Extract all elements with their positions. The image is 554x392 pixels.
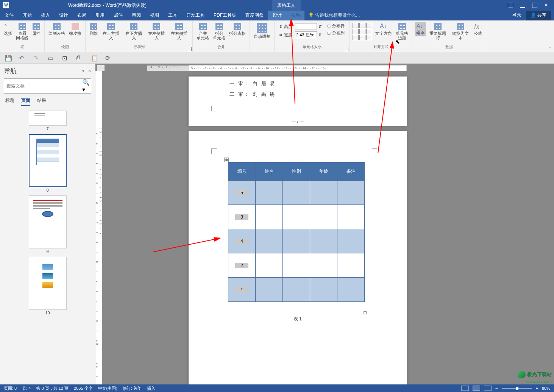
convert-text-button[interactable]: 转换为文本 [449, 22, 471, 41]
spinner-icon[interactable]: ⇵ [318, 24, 322, 29]
cell-size-launcher[interactable] [345, 47, 348, 51]
status-track[interactable]: 修订: 关闭 [123, 386, 142, 391]
status-page-of[interactable]: 第 8 页，共 12 页 [36, 386, 69, 391]
tab-table-design[interactable]: 设计 [268, 10, 286, 20]
align-bc[interactable] [359, 35, 365, 40]
qat-btn-4[interactable]: ▭ [48, 55, 55, 61]
view-read-mode[interactable] [461, 386, 469, 391]
tab-baidu[interactable]: 百度网盘 [241, 10, 268, 20]
th-note[interactable]: 备注 [337, 162, 365, 181]
th-name[interactable]: 姓名 [256, 162, 283, 181]
status-language[interactable]: 中文(中国) [98, 386, 117, 391]
select-button[interactable]: ↖选择 [2, 22, 14, 36]
sort-button[interactable]: A↓Z排序 [415, 22, 426, 36]
cell-margins-button[interactable]: 单元格 边距 [394, 22, 410, 41]
rows-cols-launcher[interactable] [188, 47, 192, 51]
zoom-slider[interactable] [502, 388, 532, 389]
text-direction-button[interactable]: A↕文字方向 [374, 22, 393, 36]
nav-close-icon[interactable]: ✕ [88, 69, 91, 73]
formula-button[interactable]: fx公式 [472, 22, 484, 36]
th-gender[interactable]: 性别 [283, 162, 310, 181]
insert-right-button[interactable]: 在右侧插入 [168, 22, 190, 41]
thumbnail-page-10[interactable] [29, 257, 67, 310]
nav-tab-pages[interactable]: 页面 [21, 97, 30, 106]
merge-cells-button[interactable]: 合并 单元格 [195, 22, 211, 41]
view-gridlines-button[interactable]: 查看 网格线 [14, 22, 30, 41]
distribute-rows-button[interactable]: ⊞分布行 [326, 23, 345, 29]
status-section[interactable]: 节: 4 [22, 386, 31, 391]
align-tc[interactable] [359, 23, 365, 28]
height-input[interactable] [295, 23, 317, 30]
thumbnail-page-7[interactable] [29, 111, 67, 126]
table-caption[interactable]: 表 1 [293, 316, 302, 322]
tab-tools[interactable]: 工具 [164, 10, 182, 20]
tell-me-box[interactable]: 💡 告诉我您想要做什么... [304, 10, 508, 20]
tab-file[interactable]: 文件 [0, 10, 18, 20]
align-bl[interactable] [353, 35, 359, 40]
zoom-out-icon[interactable]: − [495, 386, 498, 390]
insert-above-button[interactable]: 在上方插入 [100, 22, 122, 41]
align-ml[interactable] [353, 29, 359, 34]
nav-tab-results[interactable]: 结果 [37, 97, 46, 106]
qat-btn-8[interactable]: ⟳ [105, 55, 112, 61]
nav-search-box[interactable]: 🔍 ▾ [4, 78, 91, 94]
zoom-in-icon[interactable]: + [536, 386, 538, 390]
th-age[interactable]: 年龄 [310, 162, 337, 181]
login-button[interactable]: 登录 [508, 10, 526, 20]
tab-design[interactable]: 设计 [55, 10, 73, 20]
tab-review[interactable]: 审阅 [127, 10, 145, 20]
zoom-level[interactable]: 80% [542, 386, 550, 390]
align-mc[interactable] [359, 29, 365, 34]
doc-line-1[interactable]: 一 审： 白 居 易 [189, 77, 407, 87]
close-icon[interactable]: ✕ [544, 3, 549, 8]
insert-left-button[interactable]: 在左侧插入 [145, 22, 167, 41]
ribbon-options-icon[interactable] [508, 3, 513, 8]
split-table-button[interactable]: 拆分表格 [228, 22, 247, 36]
tab-mailings[interactable]: 邮件 [109, 10, 127, 20]
repeat-header-button[interactable]: 重复标题行 [427, 22, 449, 41]
status-words[interactable]: 2865 个字 [74, 386, 93, 391]
status-page[interactable]: 页面: 8 [4, 386, 17, 391]
qat-btn-6[interactable]: ⎙ [76, 55, 83, 61]
collapse-ribbon-icon[interactable]: ⌃ [549, 46, 552, 50]
minimize-icon[interactable] [520, 3, 525, 8]
status-insert[interactable]: 插入 [147, 386, 155, 391]
spinner-icon[interactable]: ⇵ [318, 33, 322, 37]
autofit-button[interactable]: 自动调整 [252, 22, 272, 39]
table-resize-handle[interactable] [364, 311, 367, 314]
align-tr[interactable] [366, 23, 372, 28]
tab-layout[interactable]: 布局 [73, 10, 91, 20]
delete-button[interactable]: ✕删除 [88, 22, 99, 36]
align-mr[interactable] [366, 29, 372, 34]
properties-button[interactable]: 属性 [31, 22, 42, 36]
split-cells-button[interactable]: 拆分 单元格 [211, 22, 227, 41]
distribute-cols-button[interactable]: ⊞分布列 [326, 30, 345, 36]
search-input[interactable] [4, 79, 82, 93]
nav-tab-headings[interactable]: 标题 [5, 97, 14, 106]
undo-icon[interactable]: ↶ [19, 55, 26, 61]
qat-btn-7[interactable]: 📋 [91, 55, 98, 61]
draw-table-button[interactable]: 绘制表格 [47, 22, 67, 36]
view-web-layout[interactable] [484, 386, 492, 391]
maximize-icon[interactable] [532, 3, 537, 8]
tab-pdf[interactable]: PDF工具集 [209, 10, 241, 20]
eraser-button[interactable]: 橡皮擦 [67, 22, 83, 36]
tab-references[interactable]: 引用 [91, 10, 109, 20]
redo-icon[interactable]: ↷ [33, 55, 40, 61]
document-table[interactable]: 编号 姓名 性别 年龄 备注 5 3 4 2 1 [228, 162, 365, 302]
doc-line-2[interactable]: 二 审： 刘 禹 锡 [189, 87, 407, 98]
width-input[interactable] [295, 31, 317, 38]
tab-view[interactable]: 视图 [145, 10, 164, 20]
table-move-handle[interactable]: ✥ [224, 158, 229, 162]
tab-table-layout[interactable]: 布局 [286, 10, 304, 20]
qat-btn-5[interactable]: ⊡ [62, 55, 69, 61]
tab-developer[interactable]: 开发工具 [182, 10, 209, 20]
document-area[interactable]: L · 4 · ı · 3 · ı · 2 · ı · 1 · ı · ∇ ı … [95, 64, 554, 384]
thumbnail-page-8[interactable] [29, 134, 67, 187]
share-button[interactable]: 👤 共享 [526, 10, 551, 20]
search-icon[interactable]: 🔍 ▾ [82, 79, 91, 93]
align-tl[interactable] [353, 23, 359, 28]
tab-insert[interactable]: 插入 [36, 10, 55, 20]
nav-dropdown-icon[interactable]: ▾ [82, 69, 84, 73]
horizontal-ruler[interactable]: · 4 · ı · 3 · ı · 2 · ı · 1 · ı · ∇ ı · … [189, 65, 407, 71]
